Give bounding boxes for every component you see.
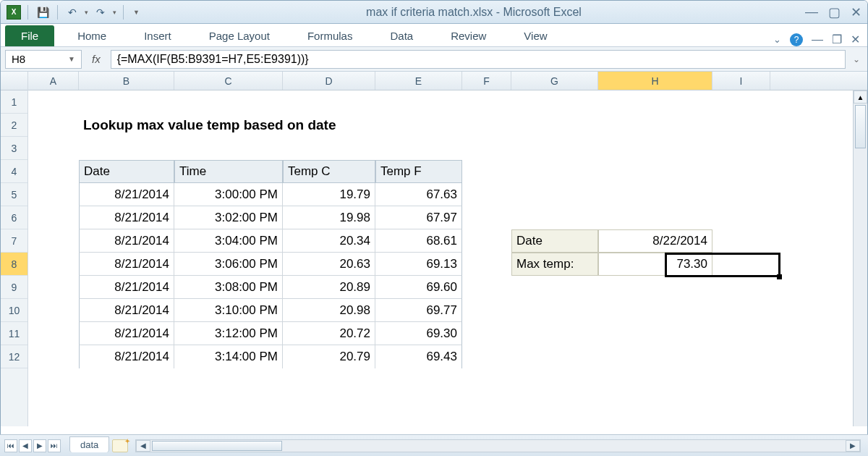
sheet-last-icon[interactable]: ⏭ — [48, 439, 61, 452]
vertical-scrollbar[interactable]: ▲ — [853, 90, 867, 426]
tab-review[interactable]: Review — [451, 25, 486, 46]
qat-customize-icon[interactable]: ▼ — [130, 9, 142, 16]
cell[interactable]: 8/21/2014 — [79, 276, 174, 299]
save-icon[interactable]: 💾 — [35, 4, 51, 20]
chevron-down-icon[interactable]: ▼ — [68, 55, 75, 63]
lookup-date-label[interactable]: Date — [511, 229, 598, 253]
cell[interactable]: 69.43 — [375, 345, 462, 368]
row-header[interactable]: 7 — [1, 229, 27, 253]
cell[interactable]: 20.34 — [283, 229, 375, 253]
cell[interactable]: 19.79 — [283, 183, 375, 206]
tab-data[interactable]: Data — [390, 25, 413, 46]
table-header[interactable]: Time — [174, 160, 283, 183]
cell[interactable]: 3:02:00 PM — [174, 206, 283, 229]
cell[interactable]: 8/21/2014 — [79, 229, 174, 253]
maximize-icon[interactable]: ▢ — [828, 4, 841, 20]
cell[interactable]: 3:08:00 PM — [174, 276, 283, 299]
col-header[interactable]: B — [79, 72, 174, 90]
cell[interactable]: 67.97 — [375, 206, 462, 229]
row-header[interactable]: 5 — [1, 183, 27, 206]
row-header[interactable]: 12 — [1, 345, 27, 368]
scroll-left-icon[interactable]: ◀ — [136, 440, 150, 452]
undo-icon[interactable]: ↶ — [64, 4, 80, 20]
table-header[interactable]: Temp F — [375, 160, 462, 183]
table-header[interactable]: Temp C — [283, 160, 375, 183]
cell[interactable]: 19.98 — [283, 206, 375, 229]
col-header[interactable]: E — [375, 72, 462, 90]
name-box[interactable]: H8 ▼ — [5, 50, 82, 69]
cell[interactable]: 3:06:00 PM — [174, 253, 283, 276]
cell[interactable]: 3:12:00 PM — [174, 322, 283, 345]
cell[interactable]: 3:10:00 PM — [174, 299, 283, 322]
formula-input[interactable]: {=MAX(IF(B5:B9391=H7,E5:E9391))} — [111, 50, 846, 69]
cell[interactable]: 69.30 — [375, 322, 462, 345]
sheet-first-icon[interactable]: ⏮ — [4, 439, 17, 452]
cell[interactable]: 20.89 — [283, 276, 375, 299]
row-header[interactable]: 3 — [1, 137, 27, 160]
tab-file[interactable]: File — [5, 25, 54, 46]
new-sheet-icon[interactable] — [112, 439, 128, 452]
cell[interactable]: 3:00:00 PM — [174, 183, 283, 206]
cell[interactable]: 8/21/2014 — [79, 183, 174, 206]
scroll-right-icon[interactable]: ▶ — [846, 440, 860, 452]
row-header[interactable]: 1 — [1, 90, 27, 114]
tab-page-layout[interactable]: Page Layout — [209, 25, 270, 46]
workbook-restore-icon[interactable]: ❐ — [832, 33, 842, 46]
table-header[interactable]: Date — [79, 160, 174, 183]
row-header[interactable]: 10 — [1, 299, 27, 322]
redo-icon[interactable]: ↷ — [93, 4, 109, 20]
scroll-up-icon[interactable]: ▲ — [854, 90, 867, 104]
ribbon-minimize-icon[interactable]: ⌄ — [773, 34, 781, 45]
select-all-corner[interactable] — [1, 72, 27, 90]
tab-formulas[interactable]: Formulas — [307, 25, 353, 46]
cell[interactable]: 8/21/2014 — [79, 299, 174, 322]
workbook-minimize-icon[interactable]: ― — [812, 33, 823, 46]
sheet-prev-icon[interactable]: ◀ — [19, 439, 32, 452]
col-header[interactable]: I — [712, 72, 770, 90]
col-header[interactable]: C — [174, 72, 283, 90]
tab-home[interactable]: Home — [77, 25, 106, 46]
cell[interactable]: 8/21/2014 — [79, 206, 174, 229]
cell[interactable]: 3:14:00 PM — [174, 345, 283, 368]
row-header[interactable]: 9 — [1, 276, 27, 299]
help-icon[interactable]: ? — [790, 33, 803, 46]
lookup-max-value[interactable]: 73.30 — [598, 253, 712, 276]
formula-bar-expand-icon[interactable]: ⌄ — [850, 54, 863, 64]
cell[interactable]: 8/21/2014 — [79, 253, 174, 276]
row-header[interactable]: 11 — [1, 322, 27, 345]
cell[interactable]: 8/21/2014 — [79, 345, 174, 368]
cell[interactable]: 69.77 — [375, 299, 462, 322]
row-header[interactable]: 6 — [1, 206, 27, 229]
row-header[interactable]: 8 — [1, 253, 27, 276]
tab-view[interactable]: View — [524, 25, 547, 46]
cell[interactable]: 20.72 — [283, 322, 375, 345]
cell[interactable]: 69.13 — [375, 253, 462, 276]
excel-icon[interactable]: X — [7, 5, 21, 20]
cell[interactable]: 8/21/2014 — [79, 322, 174, 345]
cell[interactable]: 3:04:00 PM — [174, 229, 283, 253]
lookup-date-value[interactable]: 8/22/2014 — [598, 229, 712, 253]
close-icon[interactable]: ✕ — [851, 4, 861, 20]
col-header[interactable]: H — [598, 72, 712, 90]
cell[interactable]: 69.60 — [375, 276, 462, 299]
workbook-close-icon[interactable]: ✕ — [851, 33, 860, 46]
cell[interactable]: 20.79 — [283, 345, 375, 368]
minimize-icon[interactable]: ― — [805, 4, 818, 20]
col-header[interactable]: D — [283, 72, 375, 90]
lookup-max-label[interactable]: Max temp: — [511, 253, 598, 276]
scrollbar-thumb[interactable] — [152, 441, 282, 451]
fx-icon[interactable]: fx — [86, 53, 106, 65]
col-header[interactable]: A — [28, 72, 79, 90]
cell[interactable]: 67.63 — [375, 183, 462, 206]
sheet-next-icon[interactable]: ▶ — [33, 439, 46, 452]
cell[interactable]: 20.98 — [283, 299, 375, 322]
spreadsheet-grid[interactable]: 1 2 3 4 5 6 7 8 9 10 11 12 A B C D E F G… — [1, 72, 867, 426]
row-header[interactable]: 2 — [1, 114, 27, 137]
col-header[interactable]: G — [511, 72, 598, 90]
horizontal-scrollbar[interactable]: ◀ ▶ — [135, 439, 861, 452]
fill-handle[interactable] — [777, 274, 782, 279]
sheet-tab[interactable]: data — [69, 436, 109, 452]
cell[interactable]: 68.61 — [375, 229, 462, 253]
tab-insert[interactable]: Insert — [144, 25, 171, 46]
scrollbar-thumb[interactable] — [855, 105, 866, 148]
